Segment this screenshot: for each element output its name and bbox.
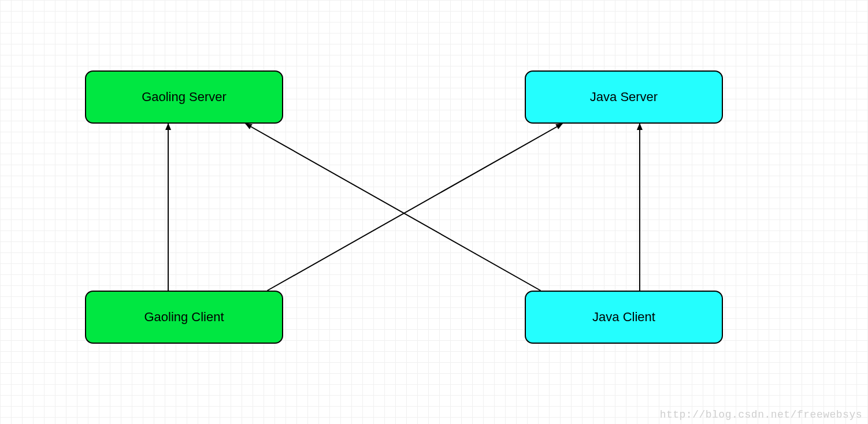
node-label: Java Server (590, 90, 658, 105)
node-label: Java Client (592, 310, 655, 325)
node-label: Gaoling Server (142, 90, 227, 105)
grid-background (0, 0, 868, 424)
node-label: Gaoling Client (144, 310, 224, 325)
node-java-client: Java Client (525, 291, 723, 344)
node-gaoling-client: Gaoling Client (85, 291, 283, 344)
watermark-text: http://blog.csdn.net/freewebsys (660, 409, 862, 421)
node-java-server: Java Server (525, 70, 723, 124)
node-gaoling-server: Gaoling Server (85, 70, 283, 124)
